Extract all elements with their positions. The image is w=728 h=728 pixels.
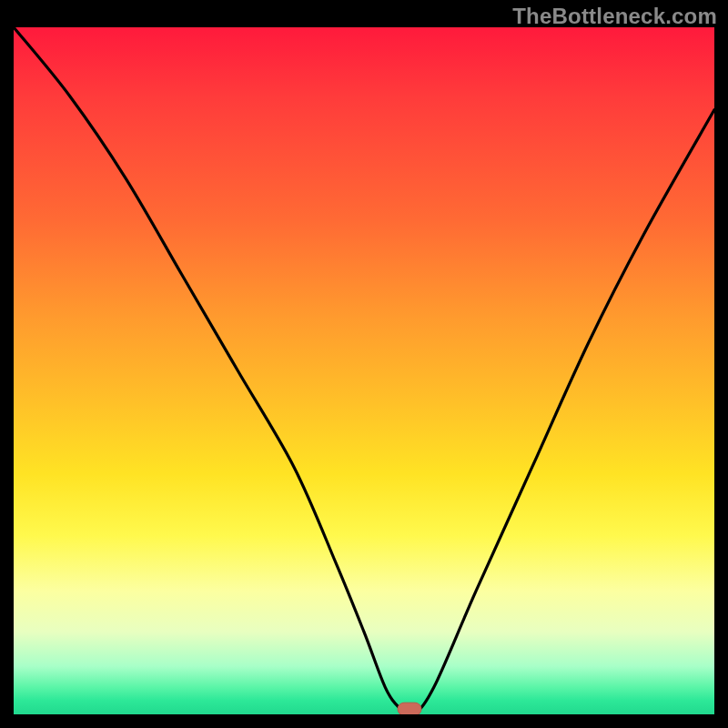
curve-layer xyxy=(14,27,714,714)
minimum-marker xyxy=(398,703,421,714)
chart-frame: TheBottleneck.com xyxy=(0,0,728,728)
plot-area xyxy=(14,27,714,714)
bottleneck-curve xyxy=(14,27,714,714)
watermark-text: TheBottleneck.com xyxy=(512,4,717,29)
